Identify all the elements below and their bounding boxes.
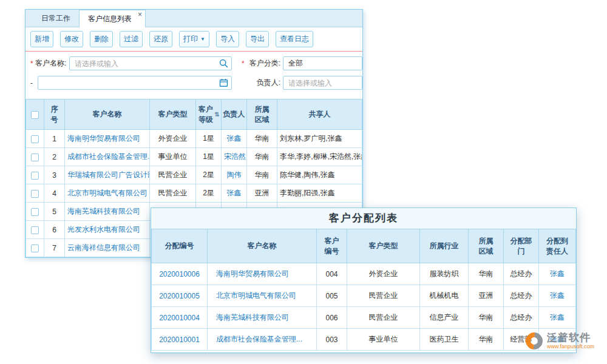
owner-label: 负责人: (246, 78, 280, 88)
modify-button[interactable]: 修改 (60, 31, 83, 47)
cell-type: 民营企业 (347, 307, 420, 329)
table-header-row: 分配编号 客户名称 客户编号 客户类型 所属行业 所属区域 分配部门 分配到责任… (152, 229, 576, 263)
delete-button[interactable]: 删除 (90, 31, 113, 47)
customer-name-link[interactable]: 海南芜城科技有限公司 (216, 313, 289, 322)
allocation-no-link[interactable]: 2020010001 (159, 335, 200, 344)
add-button[interactable]: 新增 (30, 31, 53, 47)
cell-customer-name: 成都市社会保险基金管理... (65, 148, 150, 166)
cell-customer-name: 海南芜城科技有限公司 (208, 307, 317, 329)
restore-button[interactable]: 还原 (149, 31, 172, 47)
table-row: 2020010005 北京市明城电气有限公司 005 民营企业 机械机电 亚洲 … (152, 285, 576, 307)
tab-daily-work[interactable]: 日常工作 (33, 10, 79, 27)
cell-type: 事业单位 (150, 148, 196, 166)
col-header-type: 客户类型 (347, 229, 420, 263)
customer-name-link[interactable]: 云南海祥信息有限公司 (67, 243, 140, 252)
col-header-cust-no: 客户编号 (317, 229, 347, 263)
allocation-no-link[interactable]: 2020010004 (159, 314, 200, 322)
customer-name-link[interactable]: 海南明华贸易有限公司 (216, 269, 289, 278)
customer-category-select[interactable] (283, 56, 362, 70)
row-checkbox[interactable] (31, 226, 39, 234)
row-checkbox[interactable] (31, 135, 39, 143)
filter-row-1: * 客户名称: * 客户分类: (30, 56, 362, 70)
cell-customer-name: 成都市社会保险基金管理... (208, 329, 317, 351)
col-header-seq: 序号 (44, 99, 65, 130)
allocation-no-link[interactable]: 2020010005 (159, 292, 200, 300)
owner-input[interactable] (283, 76, 362, 90)
customer-name-link[interactable]: 海南明华贸易有限公司 (67, 134, 140, 143)
cell-seq: 1 (44, 130, 65, 148)
watermark-url: www.fanpusoft.com (547, 344, 594, 350)
cell-alloc-no: 2020010004 (152, 307, 208, 329)
cell-seq: 5 (44, 203, 65, 221)
row-checkbox[interactable] (31, 208, 39, 216)
tab-customer-info-list[interactable]: 客户信息列表 × (79, 10, 146, 27)
row-checkbox[interactable] (31, 153, 39, 161)
tab-bar: 日常工作 客户信息列表 × (25, 10, 362, 27)
select-all-checkbox[interactable] (31, 111, 39, 119)
row-checkbox[interactable] (31, 244, 39, 252)
desktop: 日常工作 客户信息列表 × 新增 修改 删除 过滤 还原 打印 ▼ 导入 导出 … (0, 0, 607, 364)
table-row: 2020010006 海南明华贸易有限公司 004 外资企业 服装纺织 华南 总… (152, 263, 576, 285)
col-header-region: 所属区域 (469, 229, 504, 263)
cell-checkbox (26, 148, 44, 166)
cell-level: 2星 (196, 184, 222, 203)
assignee-link[interactable]: 张鑫 (550, 313, 565, 322)
col-header-industry: 所属行业 (420, 229, 469, 263)
required-mark: * (242, 59, 246, 68)
fanpu-watermark: 泛普软件 www.fanpusoft.com (526, 332, 594, 350)
import-button[interactable]: 导入 (216, 31, 239, 47)
owner-link[interactable]: 宋浩然 (224, 152, 246, 161)
col-header-level: 客户等级⇅ (196, 99, 222, 130)
close-icon[interactable]: × (138, 10, 142, 19)
allocation-no-link[interactable]: 2020010006 (159, 270, 200, 278)
cell-assignee: 张鑫 (539, 307, 576, 329)
allocation-window: 客户分配列表 分配编号 客户名称 客户编号 客户类型 所属行业 所属区域 分配部… (151, 207, 577, 353)
assignee-link[interactable]: 张鑫 (550, 291, 565, 300)
col-header-type: 客户类型 (150, 99, 196, 130)
customer-name-link[interactable]: 光发水利水电有限公司 (67, 225, 140, 234)
cell-customer-name: 华瑞城有限公司广告设计部 (65, 166, 150, 184)
cell-customer-name: 云南海祥信息有限公司 (65, 239, 150, 257)
cell-shared: 李勤丽,阳强,张鑫 (277, 184, 362, 203)
col-header-alloc-no: 分配编号 (152, 229, 208, 263)
cell-region: 华南 (247, 166, 277, 184)
customer-name-link[interactable]: 北京市明城电气有限公司 (67, 189, 148, 197)
assignee-link[interactable]: 张鑫 (550, 269, 565, 278)
cell-cust-no: 006 (317, 307, 347, 329)
calendar-icon[interactable] (219, 78, 228, 87)
date-input[interactable] (38, 76, 232, 90)
date-field (38, 76, 232, 90)
view-log-button[interactable]: 查看日志 (276, 31, 313, 47)
owner-link[interactable]: 张鑫 (227, 189, 242, 197)
cell-region: 华南 (469, 307, 504, 329)
customer-name-link[interactable]: 华瑞城有限公司广告设计部 (67, 170, 150, 179)
owner-link[interactable]: 陶伟 (227, 170, 242, 179)
customer-name-link[interactable]: 海南芜城科技有限公司 (67, 207, 140, 215)
cell-type: 民营企业 (150, 166, 196, 184)
date-range-separator: - (30, 79, 38, 87)
export-button[interactable]: 导出 (246, 31, 269, 47)
cell-checkbox (26, 221, 44, 239)
sort-icon[interactable]: ⇅ (214, 111, 219, 118)
cell-seq: 6 (44, 221, 65, 239)
cell-level: 2星 (196, 166, 222, 184)
col-header-checkbox (26, 99, 44, 130)
search-icon[interactable] (219, 59, 228, 68)
filter-button[interactable]: 过滤 (120, 31, 143, 47)
cell-owner: 陶伟 (222, 166, 247, 184)
row-checkbox[interactable] (31, 190, 39, 198)
row-checkbox[interactable] (31, 172, 39, 180)
print-button[interactable]: 打印 ▼ (179, 31, 209, 47)
allocation-title: 客户分配列表 (151, 208, 576, 229)
customer-name-input[interactable] (69, 56, 232, 70)
table-row: 1 海南明华贸易有限公司 外资企业 1星 张鑫 华南 刘东林,罗广明,张鑫 (26, 130, 362, 148)
customer-name-link[interactable]: 北京市明城电气有限公司 (216, 291, 296, 300)
cell-region: 华南 (247, 148, 277, 166)
cell-customer-name: 海南明华贸易有限公司 (65, 130, 150, 148)
customer-name-link[interactable]: 成都市社会保险基金管理... (216, 335, 302, 343)
tab-label: 客户信息列表 (88, 15, 132, 23)
customer-category-label: 客户分类: (246, 58, 280, 69)
owner-link[interactable]: 张鑫 (227, 134, 242, 143)
table-header-row: 序号 客户名称 客户类型 客户等级⇅ 负责人 所属区域 共享人 (26, 99, 362, 130)
customer-name-link[interactable]: 成都市社会保险基金管理... (67, 152, 150, 161)
